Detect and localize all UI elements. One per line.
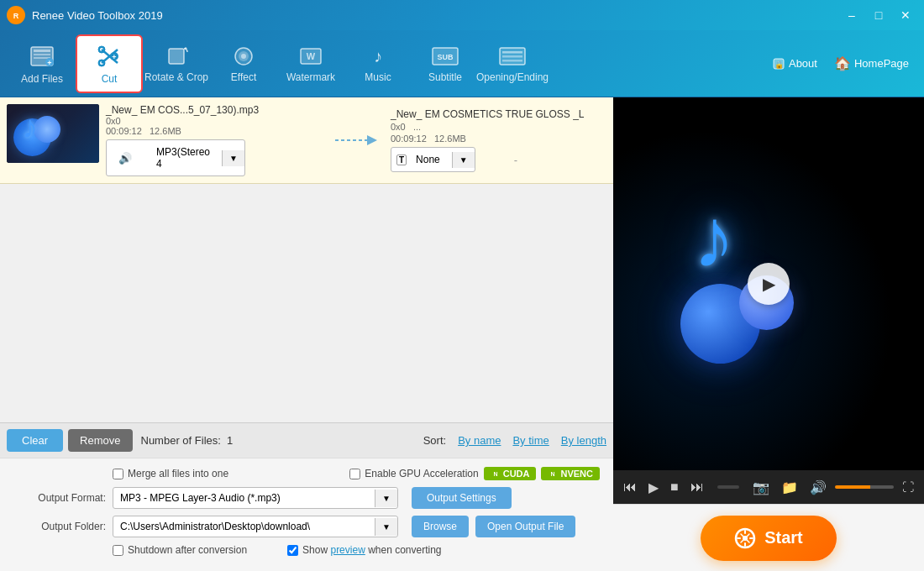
sort-label: Sort:	[423, 434, 446, 447]
preview-link[interactable]: preview	[330, 544, 365, 556]
about-button[interactable]: 🔒 About	[765, 54, 824, 74]
input-file-name: _New_ EM COS...5_07_130).mp3	[106, 104, 322, 116]
svg-rect-4	[34, 54, 50, 55]
bottom-bar: Clear Remove Number of Files: 1 Sort: By…	[0, 422, 613, 458]
forward-button[interactable]: ⏭	[687, 478, 707, 496]
output-format-label: Output Format:	[13, 492, 106, 504]
title-bar: R Renee Video Toolbox 2019 – □ ✕	[0, 0, 924, 30]
file-row[interactable]: ♪ _New_ EM COS...5_07_130).mp3 0x0 00:09…	[0, 97, 613, 184]
format-dropdown-btn[interactable]: ▼	[222, 150, 244, 166]
screenshot-button[interactable]: 📷	[749, 478, 773, 497]
subtitle-dropdown-btn[interactable]: ▼	[452, 152, 475, 168]
toolbar-rotate-crop[interactable]: Rotate & Crop	[143, 34, 210, 93]
show-preview-checkbox-label[interactable]: Show preview when converting	[287, 544, 441, 556]
toolbar: + Add Files + Cut	[0, 30, 924, 97]
svg-text:N: N	[551, 471, 555, 477]
minimize-button[interactable]: –	[840, 6, 864, 24]
stop-button[interactable]: ■	[667, 478, 682, 496]
cut-label: Cut	[102, 73, 118, 85]
open-output-button[interactable]: Open Output File	[475, 516, 575, 537]
svg-text:+: +	[112, 52, 116, 60]
output-file-name: _New_ EM COSMETICS TRUE GLOSS _L	[391, 108, 606, 120]
sort-by-time[interactable]: By time	[512, 434, 549, 447]
about-label: About	[789, 57, 817, 70]
video-controls: ⏮ ▶ ■ ⏭ 📷 📁 🔊 ⛶	[613, 470, 924, 504]
subtitle-select[interactable]: T None ▼	[391, 147, 475, 172]
toolbar-add-files[interactable]: + Add Files	[8, 34, 76, 93]
input-file-resolution: 0x0	[106, 116, 322, 126]
svg-rect-3	[34, 50, 50, 52]
play-pause-button[interactable]: ▶	[645, 478, 662, 497]
toolbar-watermark[interactable]: W Watermark	[277, 34, 344, 93]
merge-checkbox-label[interactable]: Merge all files into one	[113, 468, 228, 479]
output-file-info: _New_ EM COSMETICS TRUE GLOSS _L 0x0 ...…	[391, 104, 606, 176]
right-panel: ♪ ▶ ⏮ ▶ ■ ⏭ 📷 📁 🔊 ⛶	[613, 97, 924, 571]
shutdown-checkbox-label[interactable]: Shutdown after conversion	[113, 544, 247, 556]
add-files-label: Add Files	[21, 73, 63, 85]
sort-by-name[interactable]: By name	[458, 434, 501, 447]
svg-point-19	[241, 54, 246, 59]
settings-row-format: Output Format: MP3 - MPEG Layer-3 Audio …	[13, 487, 600, 509]
browse-button[interactable]: Browse	[412, 516, 469, 537]
svg-text:N: N	[493, 471, 497, 477]
svg-rect-16	[169, 49, 184, 64]
svg-text:SUB: SUB	[437, 53, 454, 61]
fullscreen-button[interactable]: ⛶	[899, 479, 917, 495]
volume-slider[interactable]	[835, 485, 894, 489]
output-format-dropdown[interactable]: MP3 - MPEG Layer-3 Audio (*.mp3) ▼	[113, 487, 398, 509]
format-expand-btn[interactable]: ▼	[375, 490, 397, 507]
input-file-info: _New_ EM COS...5_07_130).mp3 0x0 00:09:1…	[106, 104, 322, 176]
input-format-select[interactable]: 🔊 MP3(Stereo 4 ▼	[106, 139, 245, 176]
svg-rect-27	[502, 55, 522, 58]
close-button[interactable]: ✕	[894, 6, 917, 24]
settings-row-folder: Output Folder: C:\Users\Administrator\De…	[13, 516, 600, 537]
settings-area: Merge all files into one Enable GPU Acce…	[0, 458, 613, 571]
main-content: ♪ _New_ EM COS...5_07_130).mp3 0x0 00:09…	[0, 97, 924, 571]
merge-checkbox[interactable]	[113, 469, 123, 479]
homepage-button[interactable]: 🏠 HomePage	[827, 52, 916, 75]
svg-point-38	[743, 536, 748, 541]
music-label: Music	[365, 71, 391, 83]
subtitle-label: Subtitle	[428, 71, 462, 83]
svg-text:R: R	[13, 12, 19, 20]
toolbar-right: 🔒 About 🏠 HomePage	[765, 52, 916, 75]
file-list-area: ♪ _New_ EM COS...5_07_130).mp3 0x0 00:09…	[0, 97, 613, 422]
folder-button[interactable]: 📁	[778, 478, 801, 497]
sort-by-length[interactable]: By length	[561, 434, 606, 447]
svg-text:♪: ♪	[374, 47, 382, 65]
arrow-indicator	[328, 104, 384, 176]
output-folder-label: Output Folder:	[13, 521, 106, 532]
output-file-duration-size: 00:09:12 12.6MB	[391, 134, 606, 144]
watermark-label: Watermark	[286, 71, 335, 83]
remove-button[interactable]: Remove	[68, 429, 132, 452]
clear-button[interactable]: Clear	[7, 429, 63, 452]
progress-bar[interactable]	[717, 485, 739, 489]
app-logo: R	[7, 6, 25, 24]
toolbar-subtitle[interactable]: SUB Subtitle	[412, 34, 479, 93]
svg-text:🔒: 🔒	[774, 60, 784, 70]
folder-expand-btn[interactable]: ▼	[375, 518, 397, 536]
svg-rect-26	[502, 51, 522, 54]
toolbar-effect[interactable]: Effect	[210, 34, 277, 93]
toolbar-cut[interactable]: + Cut	[76, 34, 143, 93]
toolbar-opening-ending[interactable]: Opening/Ending	[479, 34, 546, 93]
app-title: Renee Video Toolbox 2019	[32, 9, 840, 22]
svg-text:W: W	[307, 51, 316, 61]
maximize-button[interactable]: □	[867, 6, 890, 24]
gpu-checkbox[interactable]	[349, 469, 360, 479]
show-preview-checkbox[interactable]	[287, 545, 298, 556]
start-area: Start	[613, 504, 924, 571]
rewind-button[interactable]: ⏮	[620, 478, 640, 496]
toolbar-music[interactable]: ♪ Music	[344, 34, 412, 93]
shutdown-checkbox[interactable]	[113, 545, 123, 556]
output-settings-button[interactable]: Output Settings	[412, 487, 512, 509]
output-file-resolution: 0x0 ...	[391, 122, 606, 132]
start-label: Start	[764, 528, 803, 547]
svg-rect-28	[502, 60, 522, 62]
start-button[interactable]: Start	[701, 516, 837, 561]
gpu-checkbox-label[interactable]: Enable GPU Acceleration	[349, 468, 478, 479]
volume-button[interactable]: 🔊	[806, 478, 830, 497]
play-button[interactable]: ▶	[748, 263, 790, 305]
input-format-row: 🔊 MP3(Stereo 4 ▼	[106, 139, 322, 176]
output-folder-dropdown[interactable]: C:\Users\Administrator\Desktop\download\…	[113, 516, 398, 537]
